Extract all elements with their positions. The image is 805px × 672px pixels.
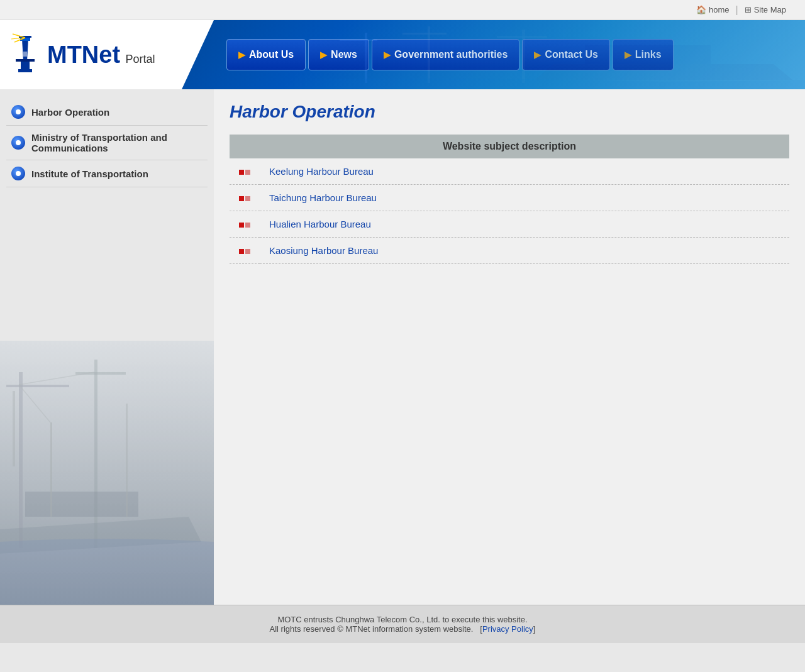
sitemap-label: Site Map xyxy=(754,5,786,14)
svg-rect-12 xyxy=(340,39,377,41)
svg-rect-26 xyxy=(126,404,128,517)
harbour-link-taichung[interactable]: Taichung Harbour Bureau xyxy=(269,192,377,203)
svg-rect-22 xyxy=(94,360,97,548)
table-row: Taichung Harbour Bureau xyxy=(230,185,789,211)
row-link-cell: Kaosiung Harbour Bureau xyxy=(260,238,789,264)
row-icon xyxy=(239,170,250,175)
nav-label-about: About Us xyxy=(249,49,294,60)
sidebar-item-institute[interactable]: Institute of Transportation xyxy=(6,160,208,187)
svg-rect-17 xyxy=(585,45,711,64)
row-icon-cell xyxy=(230,158,260,185)
svg-rect-20 xyxy=(6,385,69,387)
icon-sq1 xyxy=(239,249,244,254)
table-header-cell: Website subject description xyxy=(230,135,789,158)
row-icon xyxy=(239,196,250,201)
portal-text: Portal xyxy=(126,53,155,65)
row-link-cell: Hualien Harbour Bureau xyxy=(260,211,789,238)
footer-line2: All rights reserved © MTNet information … xyxy=(9,624,796,634)
footer-line1: MOTC entrusts Chunghwa Telecom Co., Ltd.… xyxy=(9,615,796,624)
privacy-policy-link[interactable]: Privacy Policy xyxy=(482,624,533,634)
sidebar-label-institute: Institute of Transportation xyxy=(31,168,148,179)
table-row: Kaosiung Harbour Bureau xyxy=(230,238,789,264)
icon-sq1 xyxy=(239,196,244,201)
nav-about-us[interactable]: ▶ About Us xyxy=(226,39,306,70)
header: MTNet Portal ▶ About Us ▶ News ▶ Governm… xyxy=(0,20,805,89)
icon-sq2 xyxy=(245,249,250,254)
sidebar-label-harbor: Harbor Operation xyxy=(31,107,109,118)
home-link[interactable]: 🏠 home xyxy=(696,5,730,14)
sidebar-image xyxy=(0,341,214,605)
svg-rect-25 xyxy=(50,422,52,517)
sidebar-item-harbor-operation[interactable]: Harbor Operation xyxy=(6,99,208,126)
sidebar-icon-ministry xyxy=(11,136,25,150)
icon-sq1 xyxy=(239,223,244,228)
home-icon: 🏠 xyxy=(696,5,706,14)
content-table: Website subject description Keelung Harb… xyxy=(230,135,789,264)
logo-icon xyxy=(9,33,44,77)
sidebar-icon-institute xyxy=(11,167,25,180)
table-header-row: Website subject description xyxy=(230,135,789,158)
sidebar-label-ministry: Ministry of Transportation and Communica… xyxy=(31,132,203,153)
row-icon-cell xyxy=(230,238,260,264)
home-label: home xyxy=(709,5,730,14)
header-bg xyxy=(302,20,805,89)
row-icon xyxy=(239,223,250,228)
nav-arrow-about: ▶ xyxy=(238,50,245,60)
row-link-cell: Taichung Harbour Bureau xyxy=(260,185,789,211)
sitemap-icon: ⊞ xyxy=(745,5,752,14)
icon-sq2 xyxy=(245,170,250,175)
sidebar-item-ministry[interactable]: Ministry of Transportation and Communica… xyxy=(6,126,208,160)
content-area: Harbor Operation Website subject descrip… xyxy=(214,89,805,605)
footer-line2-text: All rights reserved © MTNet information … xyxy=(270,624,474,634)
svg-rect-24 xyxy=(25,492,138,517)
logo-text-block: MTNet Portal xyxy=(47,41,155,69)
table-row: Keelung Harbour Bureau xyxy=(230,158,789,185)
icon-sq2 xyxy=(245,223,250,228)
svg-rect-21 xyxy=(13,391,15,466)
svg-rect-1 xyxy=(18,69,32,72)
row-icon-cell xyxy=(230,211,260,238)
harbour-link-hualien[interactable]: Hualien Harbour Bureau xyxy=(269,219,371,229)
separator: | xyxy=(736,4,738,16)
sitemap-link[interactable]: ⊞ Site Map xyxy=(745,5,786,14)
svg-rect-8 xyxy=(23,52,27,57)
top-bar: 🏠 home | ⊞ Site Map xyxy=(0,0,805,20)
svg-rect-9 xyxy=(16,59,35,62)
svg-rect-16 xyxy=(497,36,547,38)
icon-sq1 xyxy=(239,170,244,175)
row-icon xyxy=(239,249,250,254)
svg-rect-19 xyxy=(19,372,23,548)
logo-text: MTNet xyxy=(47,41,120,68)
table-row: Hualien Harbour Bureau xyxy=(230,211,789,238)
page-title: Harbor Operation xyxy=(230,102,789,122)
harbour-link-keelung[interactable]: Keelung Harbour Bureau xyxy=(269,166,374,177)
logo-area: MTNet Portal xyxy=(0,20,214,89)
sidebar: Harbor Operation Ministry of Transportat… xyxy=(0,89,214,605)
svg-rect-13 xyxy=(428,26,430,83)
row-icon-cell xyxy=(230,185,260,211)
harbour-link-kaosiung[interactable]: Kaosiung Harbour Bureau xyxy=(269,245,378,256)
main-container: Harbor Operation Ministry of Transportat… xyxy=(0,89,805,605)
row-link-cell: Keelung Harbour Bureau xyxy=(260,158,789,185)
footer: MOTC entrusts Chunghwa Telecom Co., Ltd.… xyxy=(0,605,805,643)
svg-rect-14 xyxy=(402,33,447,35)
content-tbody: Keelung Harbour Bureau Taichung Harbour … xyxy=(230,158,789,264)
icon-sq2 xyxy=(245,196,250,201)
sidebar-icon-harbor xyxy=(11,105,25,119)
svg-marker-2 xyxy=(22,39,28,61)
